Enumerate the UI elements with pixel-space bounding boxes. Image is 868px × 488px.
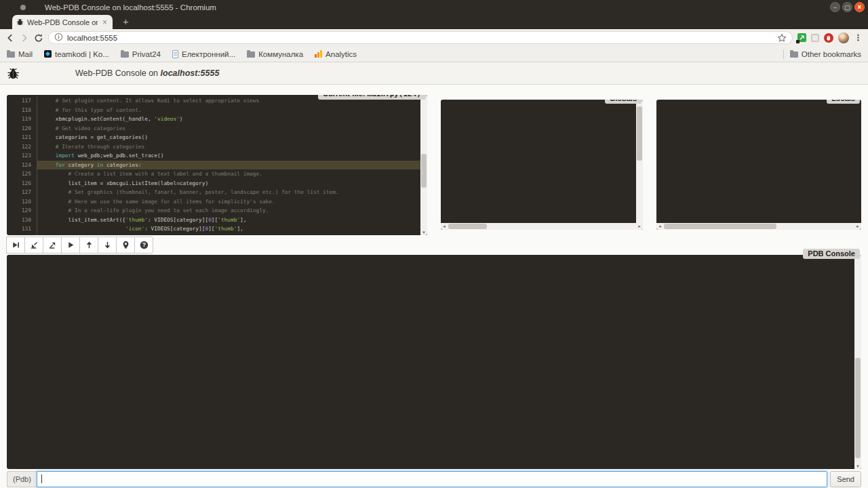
console-line [12,444,861,453]
browser-tab[interactable]: Web-PDB Console on loca × [12,15,113,29]
code-text: # Create a list item with a text label a… [37,169,427,179]
cast-extension-icon[interactable] [797,33,806,42]
maximize-button[interactable]: ▢ [842,2,852,12]
debug-step-into-button[interactable] [24,237,43,253]
adblock-extension-icon[interactable] [824,33,833,43]
variable-line [446,205,643,214]
debug-down-button[interactable] [98,237,117,253]
scrollbar-thumb[interactable] [664,224,776,229]
browser-menu-button[interactable] [854,33,863,42]
scrollbar-thumb[interactable] [637,106,642,161]
line-number: 127 [7,188,37,197]
bookmark-favicon-icon [121,52,129,58]
address-bar[interactable]: localhost:5555 [48,31,793,44]
bookmark-item[interactable]: teamkodi | Ko... [44,50,109,58]
disabled-extension-icon[interactable] [811,34,819,42]
console-line [12,435,861,444]
code-text: for category in categories: [37,161,427,170]
scrollbar-thumb[interactable] [448,224,487,229]
profile-avatar[interactable] [838,33,849,43]
page-header: Web-PDB Console on localhost:5555 [0,62,868,85]
bookmark-label: teamkodi | Ko... [55,50,109,58]
site-info-icon[interactable] [54,33,63,43]
scrollbar-thumb[interactable] [855,358,861,459]
debug-where-button[interactable] [116,237,135,253]
svg-text:?: ? [142,241,145,248]
console-line [12,418,861,426]
debug-help-button[interactable]: ? [134,237,153,253]
bookmark-item[interactable]: Mail [7,50,33,58]
bookmark-item[interactable]: Електронний... [172,50,235,58]
debug-step-next-button[interactable] [6,237,25,253]
console-vertical-scrollbar[interactable]: ▲ ▼ [854,255,861,469]
back-button[interactable] [5,33,15,43]
globals-label: Globals [605,100,642,104]
locals-horizontal-scrollbar[interactable]: ◄ ► [656,223,861,230]
bookmark-favicon-icon [44,50,52,58]
code-text: # Set graphics (thumbnail, fanart, banne… [37,188,427,197]
close-button[interactable]: × [854,2,865,12]
forward-button[interactable] [20,33,29,43]
text-caret [41,474,42,483]
bookmark-favicon-icon [172,50,178,58]
locals-panel: Locals ◄ ► [656,100,861,230]
debug-step-out-button[interactable] [43,237,62,253]
console-line [12,302,861,310]
send-button[interactable]: Send [830,471,861,487]
code-line: 123 import web_pdb;web_pdb.set_trace() [7,151,427,161]
code-text: 'fanart': VIDEOS[category][0]['thumb']}) [37,234,427,236]
console-line [12,453,861,462]
pdb-console-panel: PDB Console ▲ ▼ [7,255,861,469]
console-output [7,255,861,462]
new-tab-button[interactable]: + [119,16,132,27]
variable-line [446,188,643,197]
code-text: import web_pdb;web_pdb.set_trace() [37,151,427,161]
debug-continue-button[interactable] [61,237,80,253]
line-number: 125 [7,169,37,179]
variable-line [446,197,643,206]
console-line [12,400,861,409]
line-number: 126 [7,179,37,188]
reload-button[interactable] [34,33,43,43]
code-text: list_item = xbmcgui.ListItem(label=categ… [37,179,427,188]
variable-line [446,214,643,223]
bookmarks-separator [783,49,784,59]
command-input[interactable] [37,471,827,487]
other-bookmarks-button[interactable]: Other bookmarks [790,50,861,58]
locals-label: Locals [827,100,860,104]
code-line: 119 xbmcplugin.setContent(_handle, 'vide… [7,115,427,124]
console-line [12,426,861,435]
globals-horizontal-scrollbar[interactable]: ◄ ► [441,223,643,230]
browser-window: Web-PDB Console on localhost:5555 - Chro… [0,0,868,488]
bookmark-star-icon[interactable] [777,33,787,43]
bookmark-item[interactable]: Privat24 [121,50,161,58]
bookmark-item[interactable]: Коммуналка [247,50,303,58]
url-text[interactable]: localhost:5555 [67,34,773,42]
console-line [12,329,861,338]
code-line: 126 list_item = xbmcgui.ListItem(label=c… [7,179,427,188]
browser-toolbar: localhost:5555 [0,29,868,46]
globals-panel: Globals ▲ ▼ ◄ ► [441,100,643,230]
console-line [12,390,861,399]
debug-up-button[interactable] [79,237,98,253]
current-file-label: Current file: main.py(124) [318,95,426,100]
tab-close-icon[interactable]: × [101,18,108,27]
bug-favicon-icon [16,18,24,26]
minimize-button[interactable]: – [830,2,840,12]
code-vertical-scrollbar[interactable]: ▲ ▼ [420,95,427,235]
code-panel: Current file: main.py(124) 117 # Set plu… [7,95,427,235]
code-line: 130 list_item.setArt({'thumb': VIDEOS[ca… [7,216,427,225]
bookmark-favicon-icon [247,52,255,58]
bookmark-favicon-icon [7,52,15,58]
bug-icon [7,67,20,80]
variable-line [446,137,643,146]
console-line [12,364,861,373]
scrollbar-thumb[interactable] [421,154,427,188]
globals-vertical-scrollbar[interactable]: ▲ ▼ [636,100,643,230]
prompt-row: (Pdb) Send [7,471,861,487]
code-line: 120 # Get video categories [7,124,427,134]
bookmark-item[interactable]: Analytics [315,50,357,58]
line-number: 122 [7,142,37,152]
line-number: 128 [7,197,37,207]
line-number: 120 [7,124,37,134]
